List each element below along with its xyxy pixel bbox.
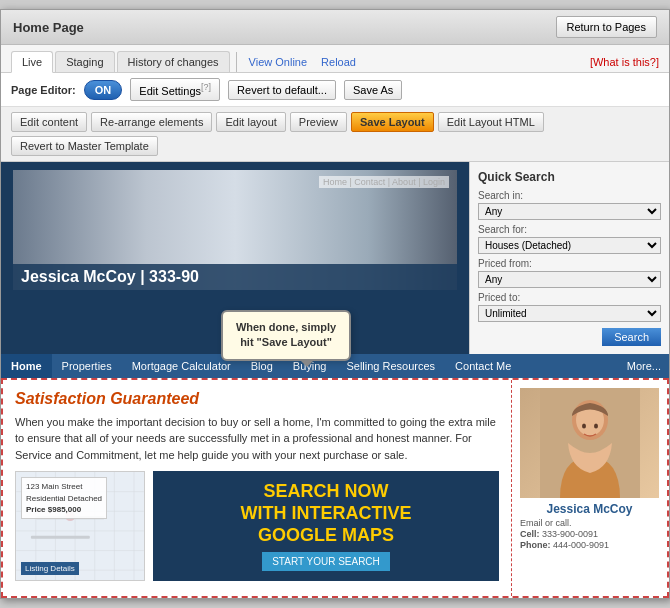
priced-to-label: Priced to: — [478, 292, 661, 303]
save-layout-callout: When done, simply hit "Save Layout" — [221, 310, 351, 361]
search-for-label: Search for: — [478, 224, 661, 235]
edit-layout-button[interactable]: Edit layout — [216, 112, 285, 132]
start-search-button[interactable]: START YOUR SEARCH — [262, 552, 390, 571]
tab-live[interactable]: Live — [11, 51, 53, 73]
page-editor-row: Page Editor: ON Edit Settings[?] Revert … — [1, 73, 669, 107]
page-editor-label: Page Editor: — [11, 84, 76, 96]
search-promo: SEARCH NOW WITH INTERACTIVE GOOGLE MAPS … — [153, 471, 499, 581]
agent-name: Jessica McCoy — [520, 502, 659, 516]
what-is-this-link[interactable]: [What is this?] — [590, 56, 659, 72]
satisfaction-title: Satisfaction Guaranteed — [15, 390, 499, 408]
search-now-text: SEARCH NOW WITH INTERACTIVE GOOGLE MAPS — [241, 481, 412, 546]
map-box: 123 Main Street Residential Detached Pri… — [15, 471, 145, 581]
edit-layout-html-button[interactable]: Edit Layout HTML — [438, 112, 544, 132]
map-section: 123 Main Street Residential Detached Pri… — [15, 471, 499, 581]
content-area: Satisfaction Guaranteed When you make th… — [1, 378, 669, 598]
toolbar-row: Edit content Re-arrange elements Edit la… — [1, 107, 669, 162]
quick-search-button[interactable]: Search — [602, 328, 661, 346]
site-preview: When done, simply hit "Save Layout" Home… — [1, 162, 669, 598]
satisfaction-text: When you make the important decision to … — [15, 414, 499, 464]
tab-history[interactable]: History of changes — [117, 51, 230, 72]
search-in-label: Search in: — [478, 190, 661, 201]
nav-contact[interactable]: Contact Me — [445, 354, 521, 378]
site-title: Jessica McCoy | 333-90 — [21, 268, 199, 285]
revert-default-button[interactable]: Revert to default... — [228, 80, 336, 100]
agent-email-label: Email or call. — [520, 518, 659, 528]
title-bar: Home Page Return to Pages — [1, 10, 669, 45]
map-listing-info: 123 Main Street Residential Detached Pri… — [21, 477, 107, 519]
agent-contact-info: Email or call. Cell: 333-900-0091 Phone:… — [520, 518, 659, 550]
map-listing-details-button[interactable]: Listing Details — [21, 562, 79, 575]
svg-point-18 — [582, 423, 586, 428]
nav-more[interactable]: More... — [619, 354, 669, 378]
window-title: Home Page — [13, 20, 84, 35]
search-in-select[interactable]: Any — [478, 203, 661, 220]
nav-properties[interactable]: Properties — [52, 354, 122, 378]
tab-reload[interactable]: Reload — [315, 52, 362, 72]
nav-selling[interactable]: Selling Resources — [336, 354, 445, 378]
content-wrapper: Drag-and-drop weblets around to quick ch… — [1, 378, 669, 598]
save-layout-button[interactable]: Save Layout — [351, 112, 434, 132]
main-window: Home Page Return to Pages Live Staging H… — [0, 9, 670, 599]
agent-panel: Jessica McCoy Email or call. Cell: 333-9… — [512, 380, 667, 596]
breadcrumb: Home | Contact | About | Login — [319, 176, 449, 188]
edit-content-button[interactable]: Edit content — [11, 112, 87, 132]
tab-staging[interactable]: Staging — [55, 51, 114, 72]
tabs-row: Live Staging History of changes View Onl… — [1, 45, 669, 73]
nav-home[interactable]: Home — [1, 354, 52, 378]
agent-phone: Phone: 444-000-9091 — [520, 540, 659, 550]
save-as-button[interactable]: Save As — [344, 80, 402, 100]
return-to-pages-button[interactable]: Return to Pages — [556, 16, 658, 38]
revert-master-template-button[interactable]: Revert to Master Template — [11, 136, 158, 156]
agent-avatar — [540, 388, 640, 498]
priced-to-select[interactable]: Unlimited — [478, 305, 661, 322]
tab-divider — [236, 52, 237, 72]
svg-rect-13 — [31, 536, 90, 539]
page-editor-toggle[interactable]: ON — [84, 80, 123, 100]
rearrange-elements-button[interactable]: Re-arrange elements — [91, 112, 212, 132]
tab-view-online[interactable]: View Online — [243, 52, 314, 72]
quick-search-panel: Quick Search Search in: Any Search for: … — [469, 162, 669, 354]
priced-from-select[interactable]: Any — [478, 271, 661, 288]
edit-settings-button[interactable]: Edit Settings[?] — [130, 78, 220, 101]
search-for-select[interactable]: Houses (Detached) — [478, 237, 661, 254]
agent-photo — [520, 388, 659, 498]
content-left-panel: Satisfaction Guaranteed When you make th… — [3, 380, 512, 596]
hero-image: Home | Contact | About | Login Jessica M… — [13, 170, 457, 290]
priced-from-label: Priced from: — [478, 258, 661, 269]
svg-point-19 — [594, 423, 598, 428]
preview-button[interactable]: Preview — [290, 112, 347, 132]
agent-cell: Cell: 333-900-0091 — [520, 529, 659, 539]
quick-search-title: Quick Search — [478, 170, 661, 184]
